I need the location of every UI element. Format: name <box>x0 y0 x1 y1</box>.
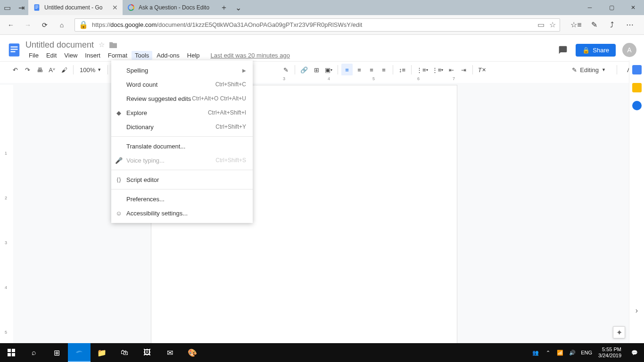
hide-sidepanel-icon[interactable]: › <box>636 306 638 315</box>
home-button[interactable]: ⌂ <box>55 18 69 32</box>
explore-fab-icon[interactable]: ✦ <box>613 326 625 338</box>
network-icon[interactable]: 📶 <box>554 350 566 356</box>
app-icon[interactable]: 🎨 <box>181 343 204 362</box>
menu-accessibility[interactable]: ☺ Accessibility settings... <box>111 206 253 220</box>
set-aside-tabs-icon[interactable]: ⇥ <box>14 0 28 15</box>
reading-view-icon[interactable]: ▭ <box>537 20 545 29</box>
accessibility-icon: ☺ <box>115 210 123 217</box>
docs-favicon-icon <box>33 4 41 11</box>
numbered-list-icon[interactable]: ⋮≡▾ <box>415 64 429 76</box>
horizontal-ruler[interactable]: 1 2 3 4 5 6 7 <box>0 75 629 83</box>
separator <box>295 65 295 74</box>
highlight-icon[interactable]: ✎ <box>280 64 291 76</box>
indent-inc-icon[interactable]: ⇥ <box>458 64 469 76</box>
comments-icon[interactable] <box>557 44 569 56</box>
indent-dec-icon[interactable]: ⇤ <box>446 64 457 76</box>
align-right-icon[interactable]: ≡ <box>366 64 377 76</box>
menu-insert[interactable]: Insert <box>82 51 104 60</box>
svg-rect-12 <box>12 353 15 356</box>
notifications-icon[interactable]: 💬 <box>625 350 644 356</box>
vertical-ruler[interactable]: 1 2 3 4 5 <box>0 85 13 343</box>
align-center-icon[interactable]: ≡ <box>354 64 365 76</box>
window-maximize-button[interactable]: ▢ <box>601 0 622 15</box>
photos-icon[interactable]: 🖼 <box>136 343 158 362</box>
notes-icon[interactable]: ✎ <box>587 18 601 32</box>
comment-icon[interactable]: ⊞ <box>311 64 322 76</box>
redo-icon[interactable]: ↷ <box>22 64 33 76</box>
new-tab-button[interactable]: ＋ <box>217 0 231 15</box>
start-button[interactable] <box>0 343 23 362</box>
volume-icon[interactable]: 🔊 <box>566 350 578 356</box>
last-edit-text[interactable]: Last edit was 20 minutes ago <box>211 52 290 59</box>
tab-close-icon[interactable]: ✕ <box>112 4 118 11</box>
menu-tools[interactable]: Tools <box>132 51 152 60</box>
paint-format-icon[interactable]: 🖌 <box>58 64 70 76</box>
document-title[interactable]: Untitled document <box>25 40 94 50</box>
system-clock[interactable]: 5:55 PM 3/24/2019 <box>594 346 625 359</box>
menu-edit[interactable]: Edit <box>43 51 60 60</box>
mail-icon[interactable]: ✉ <box>158 343 181 362</box>
separator <box>111 170 253 170</box>
menu-translate[interactable]: Translate document... <box>111 139 253 153</box>
svg-rect-3 <box>35 8 38 8</box>
address-bar[interactable]: 🔒 https://docs.google.com/document/d/1kz… <box>74 18 560 32</box>
language-indicator[interactable]: ENG <box>578 350 594 355</box>
forward-button[interactable]: → <box>21 18 35 32</box>
docs-logo-icon[interactable] <box>6 41 23 58</box>
menu-dictionary[interactable]: Dictionary Ctrl+Shift+Y <box>111 120 253 134</box>
search-icon[interactable]: ⌕ <box>23 343 45 362</box>
zoom-select[interactable]: 100%▼ <box>77 66 104 74</box>
svg-rect-9 <box>8 349 11 352</box>
menu-review-edits[interactable]: Review suggested edits Ctrl+Alt+O Ctrl+A… <box>111 91 253 106</box>
window-minimize-button[interactable]: ─ <box>579 0 601 15</box>
tab-dropdown-icon[interactable]: ⌄ <box>231 0 245 15</box>
settings-icon[interactable]: ⋯ <box>623 18 636 32</box>
file-explorer-icon[interactable]: 📁 <box>91 343 113 362</box>
menu-help[interactable]: Help <box>184 51 203 60</box>
account-avatar[interactable]: A <box>622 43 636 57</box>
people-icon[interactable]: 👥 <box>529 350 542 356</box>
menu-addons[interactable]: Add-ons <box>153 51 182 60</box>
share-icon[interactable]: ⤴ <box>605 18 619 32</box>
back-button[interactable]: ← <box>4 18 18 32</box>
image-icon[interactable]: ▣▾ <box>323 64 334 76</box>
menu-word-count[interactable]: Word count Ctrl+Shift+C <box>111 77 253 91</box>
calendar-icon[interactable] <box>632 65 642 74</box>
print-icon[interactable]: 🖶 <box>34 64 45 76</box>
edge-icon[interactable] <box>68 343 91 362</box>
line-spacing-icon[interactable]: ↕≡ <box>396 64 408 76</box>
share-button[interactable]: 🔒 Share <box>576 44 616 57</box>
menu-script-editor[interactable]: ⟨⟩ Script editor <box>111 173 253 187</box>
browser-tab-active[interactable]: Untitled document - Go ✕ <box>28 0 123 15</box>
editing-mode-select[interactable]: ✎ Editing ▼ <box>567 66 611 74</box>
separator <box>338 65 338 74</box>
menu-file[interactable]: File <box>25 51 42 60</box>
store-icon[interactable]: 🛍 <box>113 343 136 362</box>
menu-view[interactable]: View <box>61 51 81 60</box>
bulleted-list-icon[interactable]: ⋮≡▾ <box>430 64 445 76</box>
tasks-icon[interactable] <box>632 101 642 110</box>
clear-formatting-icon[interactable]: T✕ <box>476 64 487 76</box>
star-icon[interactable]: ☆ <box>99 41 105 49</box>
window-close-button[interactable]: ✕ <box>622 0 644 15</box>
favorite-icon[interactable]: ☆ <box>549 20 556 29</box>
menu-preferences[interactable]: Preferences... <box>111 192 253 206</box>
separator <box>472 65 473 74</box>
browser-tab[interactable]: Ask a Question - Docs Edito <box>123 0 217 15</box>
align-justify-icon[interactable]: ≡ <box>378 64 389 76</box>
keep-icon[interactable] <box>632 83 642 92</box>
link-icon[interactable]: 🔗 <box>298 64 310 76</box>
align-left-icon[interactable]: ≡ <box>341 64 353 76</box>
menu-explore[interactable]: ◆ Explore Ctrl+Alt+Shift+I <box>111 106 253 120</box>
folder-icon[interactable] <box>109 41 117 48</box>
tray-chevron-icon[interactable]: ⌃ <box>542 350 554 356</box>
tab-overview-icon[interactable]: ▭ <box>0 0 14 15</box>
document-canvas: 1 2 3 4 5 6 7 1 2 3 4 5 <box>0 77 629 343</box>
undo-icon[interactable]: ↶ <box>9 64 21 76</box>
task-view-icon[interactable]: ⊞ <box>45 343 68 362</box>
menu-format[interactable]: Format <box>105 51 131 60</box>
menu-spelling[interactable]: Spelling ▶ <box>111 63 253 77</box>
favorites-icon[interactable]: ☆≡ <box>570 18 583 32</box>
spellcheck-icon[interactable]: Aᵛ <box>46 64 58 76</box>
refresh-button[interactable]: ⟳ <box>38 18 52 32</box>
